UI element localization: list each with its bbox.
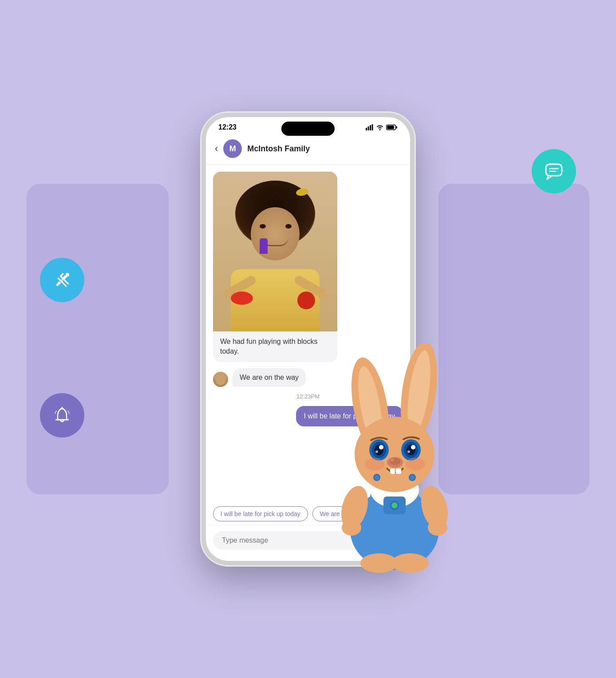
svg-point-60 bbox=[391, 553, 429, 573]
svg-rect-13 bbox=[546, 164, 562, 176]
svg-point-54 bbox=[428, 520, 447, 536]
syringe-icon-badge bbox=[40, 258, 84, 302]
bell-icon-badge bbox=[40, 393, 84, 438]
svg-rect-19 bbox=[372, 124, 373, 130]
svg-point-44 bbox=[390, 458, 400, 465]
contact-name: McIntosh Family bbox=[247, 144, 310, 154]
incoming-bubble-1: We are on the way bbox=[233, 368, 306, 387]
svg-point-61 bbox=[374, 474, 380, 481]
battery-icon bbox=[386, 124, 398, 130]
quick-reply-1[interactable]: I will be late for pick up today bbox=[213, 506, 308, 521]
svg-point-58 bbox=[392, 503, 397, 508]
svg-point-36 bbox=[379, 445, 383, 449]
svg-rect-22 bbox=[387, 126, 394, 129]
child-eye-right bbox=[285, 224, 292, 229]
chat-icon-badge bbox=[532, 149, 576, 193]
svg-rect-17 bbox=[368, 126, 369, 130]
svg-point-41 bbox=[411, 445, 415, 449]
svg-rect-21 bbox=[396, 126, 397, 129]
bell-icon bbox=[51, 405, 73, 426]
bunny-mascot bbox=[312, 343, 481, 574]
svg-point-46 bbox=[365, 458, 384, 470]
svg-point-32 bbox=[355, 417, 434, 492]
child-face bbox=[251, 207, 300, 260]
svg-rect-48 bbox=[390, 469, 395, 474]
photo-message-bubble: We had fun playing with blocks today. bbox=[213, 172, 337, 362]
svg-point-42 bbox=[407, 450, 410, 453]
chat-header: ‹ M McIntosh Family bbox=[206, 135, 410, 165]
phone-mockup: 12:23 bbox=[201, 113, 415, 565]
contact-avatar: M bbox=[223, 139, 242, 158]
sender-avatar-face-1 bbox=[213, 372, 228, 387]
syringe-icon bbox=[51, 269, 73, 291]
toy-purple bbox=[260, 238, 268, 254]
svg-point-53 bbox=[342, 520, 361, 536]
toy-red bbox=[231, 292, 253, 305]
svg-rect-49 bbox=[396, 469, 401, 474]
back-button[interactable]: ‹ bbox=[215, 143, 218, 154]
svg-rect-18 bbox=[370, 125, 371, 130]
chat-bubble-icon bbox=[542, 160, 565, 183]
svg-point-47 bbox=[406, 458, 425, 470]
sender-avatar-1 bbox=[213, 372, 228, 387]
wifi-icon bbox=[376, 124, 384, 130]
svg-point-62 bbox=[409, 474, 415, 481]
toy-red-2 bbox=[297, 292, 315, 309]
child-photo bbox=[213, 172, 337, 331]
svg-point-45 bbox=[391, 459, 394, 461]
bg-decoration-left bbox=[27, 184, 169, 494]
svg-rect-16 bbox=[366, 128, 367, 130]
child-eye-left bbox=[260, 224, 266, 229]
status-time: 12:23 bbox=[218, 123, 237, 131]
svg-point-37 bbox=[375, 450, 378, 453]
bunny-svg bbox=[312, 343, 481, 574]
signal-icon bbox=[366, 124, 374, 130]
status-bar: 12:23 bbox=[206, 117, 410, 135]
av1-face bbox=[216, 376, 225, 385]
status-icons bbox=[366, 124, 398, 130]
